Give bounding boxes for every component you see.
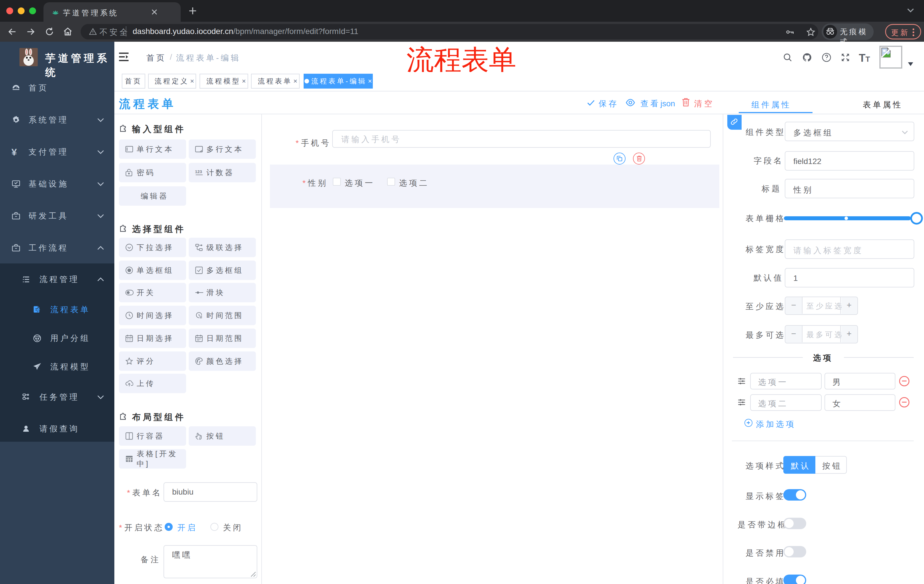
svg-text:123: 123 [195,169,202,174]
